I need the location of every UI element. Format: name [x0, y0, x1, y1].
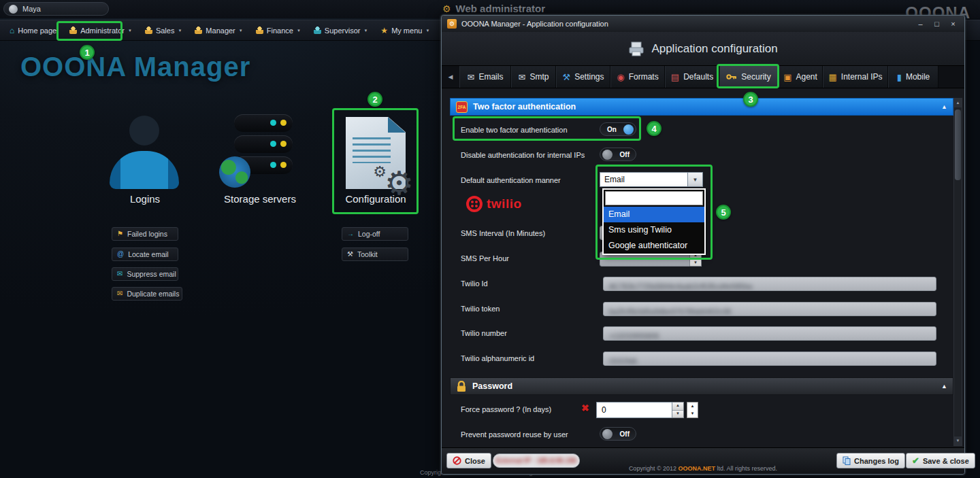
scrollbar-thumb[interactable] [955, 109, 961, 180]
no-entry-icon [453, 456, 461, 465]
toolkit-button[interactable]: ⚒ Toolkit [342, 247, 408, 261]
check-icon: ✔ [912, 456, 919, 466]
hammer-icon: ⚒ [347, 251, 353, 258]
annotation-badge-5: 5 [716, 205, 731, 220]
close-window-button[interactable]: × [947, 19, 959, 29]
section-two-factor-authentication[interactable]: 2FA Two factor authentication ▲ [450, 98, 953, 116]
menu-home-page[interactable]: ⌂ Home page [4, 24, 62, 37]
annotation-box-auth-manner-dropdown [595, 165, 713, 260]
duplicate-emails-button[interactable]: ✉ Duplicate emails [112, 287, 182, 301]
spin-up-icon[interactable]: ▲ [687, 403, 698, 410]
log-off-button[interactable]: → Log-off [342, 227, 408, 241]
twilio-alphanumeric-id-input: OOONA [603, 352, 936, 366]
tab-agent[interactable]: ▣ Agent [778, 66, 823, 88]
tools-icon: ⚒ [562, 73, 570, 82]
maximize-button[interactable]: □ [931, 19, 943, 29]
force-password-spinner[interactable]: ▲ ▼ [672, 402, 684, 418]
section-password[interactable]: Password ▲ [450, 377, 953, 395]
force-password-updown[interactable]: ▲ ▼ [687, 402, 698, 418]
menu-manager[interactable]: Manager ▼ [189, 24, 248, 37]
envelope-icon: ✉ [468, 73, 475, 82]
tile-storage-servers[interactable] [219, 114, 295, 189]
dialog-title: OOONA Manager - Application configuratio… [461, 20, 910, 28]
page-title: ⚙ Web administrator [442, 3, 545, 14]
tab-formats[interactable]: ◉ Formats [610, 66, 665, 88]
chevron-down-icon: ▼ [297, 29, 301, 33]
finance-icon [256, 27, 263, 34]
locate-email-button[interactable]: @ Locate email [112, 247, 178, 261]
user-avatar-icon [9, 5, 18, 14]
tabs-scroll-back-button[interactable]: ◀ [442, 66, 459, 88]
storage-servers-icon [219, 114, 295, 189]
envelope-icon: ✉ [519, 73, 526, 82]
home-icon: ⌂ [10, 27, 14, 35]
tile-logins[interactable] [103, 116, 185, 189]
tab-mobile[interactable]: ▮ Mobile [888, 66, 938, 88]
invalid-icon: ✖ [581, 403, 589, 413]
document-icon: ▤ [671, 73, 679, 82]
configuration-header-icon [628, 41, 644, 56]
default-auth-manner-label: Default authentication manner [461, 176, 561, 184]
sales-icon [145, 27, 152, 34]
force-password-field: ▲ ▼ [596, 402, 684, 418]
twilio-id-label: Twilio Id [461, 279, 488, 288]
spin-down-icon[interactable]: ▼ [690, 260, 701, 267]
annotation-badge-1: 1 [80, 45, 95, 60]
dialog-header-title: Application configuration [651, 42, 777, 56]
menu-sales[interactable]: Sales ▼ [140, 24, 187, 37]
chevron-down-icon: ▼ [128, 29, 132, 33]
annotation-badge-3: 3 [743, 92, 758, 107]
sms-per-hour-label: SMS Per Hour [461, 254, 509, 262]
force-password-input[interactable] [596, 402, 672, 418]
configuration-tabs: ◀ ✉ Emails ✉ Smtp ⚒ Settings ◉ Formats ▤… [442, 65, 964, 88]
annotation-badge-4: 4 [647, 121, 662, 136]
tab-internal-ips[interactable]: ▦ Internal IPs [823, 66, 888, 88]
suppress-email-button[interactable]: ✉ Suppress email [112, 267, 178, 281]
menu-finance[interactable]: Finance ▼ [250, 24, 306, 37]
disable-auth-internal-ips-toggle[interactable]: Off [600, 148, 636, 161]
minimize-button[interactable]: – [915, 19, 926, 29]
scroll-up-icon[interactable]: ▲ [954, 99, 962, 107]
spin-up-icon[interactable]: ▲ [672, 403, 683, 411]
twilio-logo-icon [466, 196, 483, 212]
app-heading: OOONA Manager [20, 52, 250, 82]
menu-supervisor[interactable]: Supervisor ▼ [308, 24, 374, 37]
content-scrollbar[interactable]: ▲ ▼ [953, 98, 962, 446]
failed-logins-button[interactable]: ⚑ Failed logins [112, 227, 178, 241]
chevron-down-icon: ▼ [178, 29, 182, 33]
annotation-box-configuration [332, 108, 419, 214]
disable-auth-internal-ips-label: Disable authentication for internal IPs [461, 151, 585, 159]
agent-icon: ▣ [783, 73, 791, 82]
tile-storage-label: Storage servers [212, 193, 308, 205]
tab-smtp[interactable]: ✉ Smtp [511, 66, 556, 88]
toggle-knob [602, 429, 612, 439]
formats-icon: ◉ [617, 73, 624, 82]
scroll-down-icon[interactable]: ▼ [954, 437, 962, 445]
tab-emails[interactable]: ✉ Emails [459, 66, 511, 88]
lock-icon [456, 381, 467, 392]
save-and-close-button[interactable]: ✔ Save & close [906, 453, 975, 468]
user-name: Maya [22, 5, 41, 13]
dialog-titlebar[interactable]: ⚙ OOONA Manager - Application configurat… [442, 16, 964, 32]
spin-down-icon[interactable]: ▼ [672, 411, 683, 418]
chevron-down-icon: ▼ [425, 29, 429, 33]
toggle-knob [602, 150, 612, 160]
prevent-password-reuse-label: Prevent password reuse by user [461, 430, 568, 439]
mobile-icon: ▮ [897, 73, 902, 82]
at-icon: @ [117, 251, 124, 258]
menu-my-menu[interactable]: ★ My menu ▼ [375, 24, 435, 37]
screen: Maya ⚙ Web administrator OOONA ⌂ Home pa… [0, 0, 980, 478]
two-factor-icon: 2FA [456, 101, 468, 113]
prevent-password-reuse-toggle[interactable]: Off [600, 427, 636, 441]
twilio-brand: twilio [466, 196, 522, 212]
globe-icon [219, 156, 250, 188]
spin-down-icon[interactable]: ▼ [687, 410, 698, 417]
sms-interval-label: SMS Interval (In Minutes) [461, 229, 545, 237]
logins-avatar-icon [103, 116, 185, 189]
changes-log-button[interactable]: Changes log [836, 453, 905, 468]
user-menu[interactable]: Maya [3, 2, 109, 16]
annotation-box-administrator [56, 21, 122, 41]
tab-settings[interactable]: ⚒ Settings [556, 66, 610, 88]
log-off-icon: → [347, 231, 354, 237]
tab-defaults[interactable]: ▤ Defaults [665, 66, 719, 88]
